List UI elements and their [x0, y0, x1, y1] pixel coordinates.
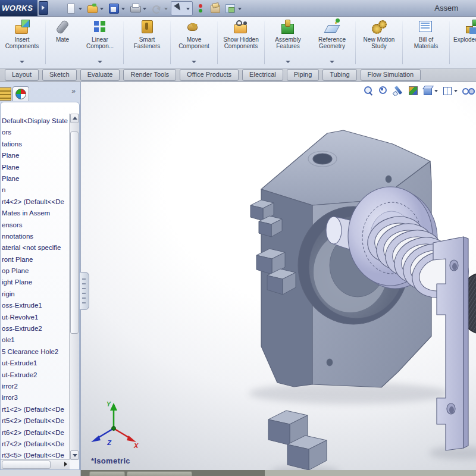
- toolbar-icon: [224, 2, 236, 14]
- display-manager-tab[interactable]: [12, 86, 29, 101]
- feature-tree-item[interactable]: rt4<2> (Default<<De: [1, 196, 69, 208]
- feature-manager-tab-icon[interactable]: [0, 87, 11, 101]
- feature-tree-item[interactable]: Plane: [1, 150, 69, 161]
- toolbar-button[interactable]: Reference Geometry: [310, 18, 354, 68]
- scroll-right-button[interactable]: [61, 461, 70, 468]
- triad-y-label: Y: [107, 400, 112, 408]
- toolbar-button[interactable]: New Motion Study: [357, 18, 401, 68]
- logo-expand-arrow[interactable]: [39, 1, 48, 15]
- scrollbar-thumb[interactable]: [2, 461, 51, 469]
- feature-tree-item[interactable]: 5 Clearance Hole2: [1, 346, 69, 358]
- toolbar-icon: [86, 2, 98, 14]
- ribbon-tab[interactable]: Render Tools: [123, 69, 176, 81]
- toolbar-button[interactable]: Exploded View: [451, 18, 476, 68]
- graphics-viewport[interactable]: Z X Y *Isometric: [81, 82, 476, 470]
- feature-tree-item[interactable]: ole1: [1, 334, 69, 346]
- feature-tree-item[interactable]: rt6<2> (Default<<De: [1, 427, 69, 439]
- dropdown-arrow-icon[interactable]: [238, 8, 242, 12]
- scroll-up-button[interactable]: [70, 114, 79, 123]
- document-tabs: [81, 470, 265, 476]
- quick-access-button[interactable]: [64, 2, 84, 15]
- title-bar: WORKS: [0, 0, 476, 17]
- dropdown-arrow-icon[interactable]: [98, 61, 102, 65]
- toolbar-button-icon: [232, 18, 250, 35]
- quick-access-button[interactable]: [107, 2, 127, 15]
- dropdown-arrow-icon[interactable]: [20, 61, 24, 65]
- toolbar-button[interactable]: Show Hidden Components: [219, 18, 263, 68]
- scrollbar-thumb[interactable]: [70, 131, 79, 334]
- toolbar-button-label: Show Hidden Components: [221, 36, 261, 49]
- ribbon-tab[interactable]: Layout: [5, 69, 39, 81]
- ribbon-tab[interactable]: Sketch: [42, 69, 77, 81]
- quick-access-button[interactable]: [208, 2, 223, 15]
- status-bar-rest: [265, 470, 476, 476]
- feature-tree-item[interactable]: oss-Extrude1: [1, 300, 69, 311]
- dropdown-arrow-icon[interactable]: [192, 61, 196, 65]
- ribbon-tab[interactable]: Tubing: [322, 69, 356, 81]
- feature-tree-item[interactable]: Mates in Assem: [1, 208, 69, 219]
- toolbar-button[interactable]: Move Component: [172, 18, 216, 68]
- toolbar-button[interactable]: Assembly Features: [266, 18, 310, 68]
- triad-x-label: X: [133, 442, 139, 449]
- feature-tree-item[interactable]: irror3: [1, 392, 69, 403]
- feature-tree-item[interactable]: ight Plane: [1, 277, 69, 288]
- toolbar-button-label: Linear Compon...: [80, 36, 120, 49]
- feature-tree-item[interactable]: rt1<2> (Default<<De: [1, 404, 69, 415]
- toolbar-button[interactable]: Bill of Materials: [404, 18, 448, 68]
- dropdown-arrow-icon[interactable]: [286, 61, 290, 65]
- feature-tree-item[interactable]: rt3<5> (Default<<De: [1, 450, 69, 459]
- model-tab[interactable]: [89, 471, 125, 476]
- feature-tree-item[interactable]: tations: [1, 139, 69, 150]
- dropdown-arrow-icon[interactable]: [330, 61, 334, 65]
- quick-access-button[interactable]: [171, 1, 193, 15]
- ribbon-tab[interactable]: Office Products: [180, 69, 239, 81]
- ribbon-tab[interactable]: Piping: [287, 69, 320, 81]
- dropdown-arrow-icon[interactable]: [79, 8, 82, 12]
- feature-tree-item[interactable]: ut-Revolve1: [1, 312, 69, 323]
- feature-tree-item[interactable]: rt5<2> (Default<<De: [1, 415, 69, 427]
- feature-tree-item[interactable]: ors: [1, 127, 69, 138]
- panel-overflow-chevrons[interactable]: »: [71, 87, 76, 95]
- feature-tree-item[interactable]: ut-Extrude2: [1, 369, 69, 381]
- feature-tree-item[interactable]: op Plane: [1, 265, 69, 277]
- feature-tree-item[interactable]: ut-Extrude1: [1, 358, 69, 369]
- quick-access-button[interactable]: [85, 2, 106, 15]
- ribbon-tab[interactable]: Flow Simulation: [361, 69, 421, 81]
- quick-access-button[interactable]: [149, 2, 170, 15]
- toolbar-button[interactable]: Insert Components: [0, 18, 44, 68]
- toolbar-icon: [209, 2, 221, 14]
- feature-tree-item[interactable]: oss-Extrude2: [1, 323, 69, 334]
- feature-tree-item[interactable]: irror2: [1, 381, 69, 392]
- ribbon-tab[interactable]: Evaluate: [80, 69, 120, 81]
- tree-vertical-scrollbar[interactable]: [69, 114, 79, 460]
- feature-tree-item[interactable]: aterial <not specifie: [1, 242, 69, 253]
- dropdown-arrow-icon[interactable]: [164, 8, 168, 12]
- feature-tree-item[interactable]: Plane: [1, 162, 69, 173]
- feature-tree-item[interactable]: Plane: [1, 173, 69, 184]
- toolbar-button-icon: [13, 18, 31, 35]
- toolbar-button-icon: [417, 18, 435, 35]
- dropdown-arrow-icon[interactable]: [143, 8, 146, 12]
- feature-tree-item[interactable]: n: [1, 184, 69, 196]
- dropdown-arrow-icon[interactable]: [100, 8, 104, 12]
- feature-tree-item[interactable]: rt7<2> (Default<<De: [1, 439, 69, 450]
- quick-access-button[interactable]: [193, 2, 208, 15]
- motion-study-tab[interactable]: [127, 471, 192, 476]
- feature-tree-item[interactable]: rigin: [1, 289, 69, 300]
- panel-splitter-grip[interactable]: [80, 272, 89, 310]
- tree-horizontal-scrollbar[interactable]: [1, 459, 70, 469]
- toolbar-button[interactable]: Linear Compon...: [78, 18, 122, 68]
- toolbar-button[interactable]: Mate: [47, 18, 78, 68]
- feature-tree-item[interactable]: ront Plane: [1, 254, 69, 265]
- quick-access-button[interactable]: [223, 2, 244, 15]
- view-orientation-label: *Isometric: [91, 456, 130, 465]
- quick-access-button[interactable]: [128, 2, 149, 15]
- feature-tree-item[interactable]: nnotations: [1, 231, 69, 242]
- dropdown-arrow-icon[interactable]: [121, 8, 125, 12]
- ribbon-tab[interactable]: Electrical: [242, 69, 283, 81]
- feature-tree-item[interactable]: Default<Display State: [1, 115, 69, 127]
- scroll-down-button[interactable]: [70, 450, 79, 460]
- feature-tree-item[interactable]: ensors: [1, 220, 69, 231]
- toolbar-button[interactable]: Smart Fasteners: [125, 18, 169, 68]
- dropdown-arrow-icon[interactable]: [186, 8, 190, 12]
